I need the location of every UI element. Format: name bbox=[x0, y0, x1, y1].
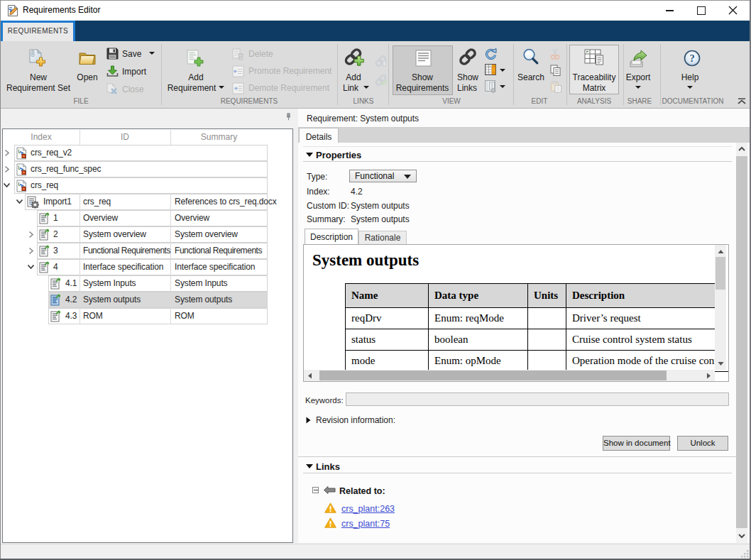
svg-text:?: ? bbox=[689, 53, 694, 64]
